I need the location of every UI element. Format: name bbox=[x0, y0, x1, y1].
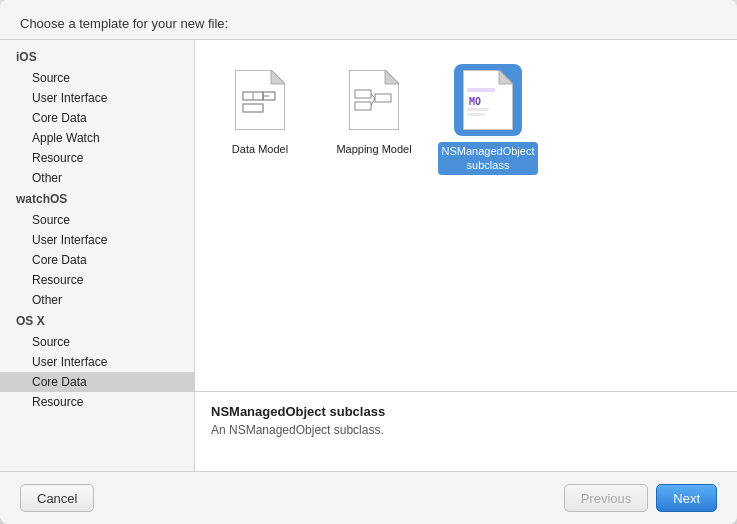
dialog-title: Choose a template for your new file: bbox=[20, 16, 228, 31]
file-label-mapping-model: Mapping Model bbox=[336, 142, 411, 156]
svg-text:MO: MO bbox=[469, 96, 481, 107]
sidebar-item-resource[interactable]: Resource bbox=[0, 270, 194, 290]
svg-marker-8 bbox=[385, 70, 399, 84]
sidebar-item-user-interface[interactable]: User Interface bbox=[0, 352, 194, 372]
description-area: NSManagedObject subclass An NSManagedObj… bbox=[195, 391, 737, 471]
file-grid: Data Model Mapping Model MO NSManagedObj… bbox=[195, 40, 737, 391]
dialog-header: Choose a template for your new file: bbox=[0, 0, 737, 39]
svg-rect-17 bbox=[467, 88, 495, 92]
svg-marker-1 bbox=[271, 70, 285, 84]
sidebar-group-ios: iOS bbox=[0, 46, 194, 68]
content-area: Data Model Mapping Model MO NSManagedObj… bbox=[195, 40, 737, 471]
footer: Cancel Previous Next bbox=[0, 472, 737, 524]
sidebar-item-resource[interactable]: Resource bbox=[0, 148, 194, 168]
file-label-nsmanagedobject-subclass: NSManagedObject subclass bbox=[438, 142, 539, 175]
sidebar-item-source[interactable]: Source bbox=[0, 210, 194, 230]
dialog: Choose a template for your new file: iOS… bbox=[0, 0, 737, 524]
sidebar-item-user-interface[interactable]: User Interface bbox=[0, 88, 194, 108]
svg-rect-19 bbox=[467, 113, 485, 116]
sidebar-group-os-x: OS X bbox=[0, 310, 194, 332]
next-button[interactable]: Next bbox=[656, 484, 717, 512]
file-item-nsmanagedobject-subclass[interactable]: MO NSManagedObject subclass bbox=[443, 64, 533, 175]
description-title: NSManagedObject subclass bbox=[211, 404, 721, 419]
sidebar: iOSSourceUser InterfaceCore DataApple Wa… bbox=[0, 40, 195, 471]
sidebar-item-other[interactable]: Other bbox=[0, 290, 194, 310]
svg-rect-18 bbox=[467, 108, 489, 111]
description-text: An NSManagedObject subclass. bbox=[211, 423, 721, 437]
file-icon-data-model bbox=[226, 64, 294, 136]
sidebar-item-source[interactable]: Source bbox=[0, 332, 194, 352]
sidebar-item-apple-watch[interactable]: Apple Watch bbox=[0, 128, 194, 148]
sidebar-item-core-data[interactable]: Core Data bbox=[0, 250, 194, 270]
sidebar-item-core-data[interactable]: Core Data bbox=[0, 372, 194, 392]
file-icon-nsmanagedobject-subclass: MO bbox=[454, 64, 522, 136]
sidebar-item-core-data[interactable]: Core Data bbox=[0, 108, 194, 128]
sidebar-item-resource[interactable]: Resource bbox=[0, 392, 194, 412]
cancel-button[interactable]: Cancel bbox=[20, 484, 94, 512]
footer-right: Previous Next bbox=[564, 484, 717, 512]
svg-marker-15 bbox=[499, 70, 513, 84]
sidebar-group-watchos: watchOS bbox=[0, 188, 194, 210]
file-label-data-model: Data Model bbox=[232, 142, 288, 156]
dialog-body: iOSSourceUser InterfaceCore DataApple Wa… bbox=[0, 39, 737, 472]
file-item-mapping-model[interactable]: Mapping Model bbox=[329, 64, 419, 156]
file-icon-mapping-model bbox=[340, 64, 408, 136]
sidebar-item-source[interactable]: Source bbox=[0, 68, 194, 88]
sidebar-item-user-interface[interactable]: User Interface bbox=[0, 230, 194, 250]
file-item-data-model[interactable]: Data Model bbox=[215, 64, 305, 156]
sidebar-item-other[interactable]: Other bbox=[0, 168, 194, 188]
previous-button[interactable]: Previous bbox=[564, 484, 649, 512]
